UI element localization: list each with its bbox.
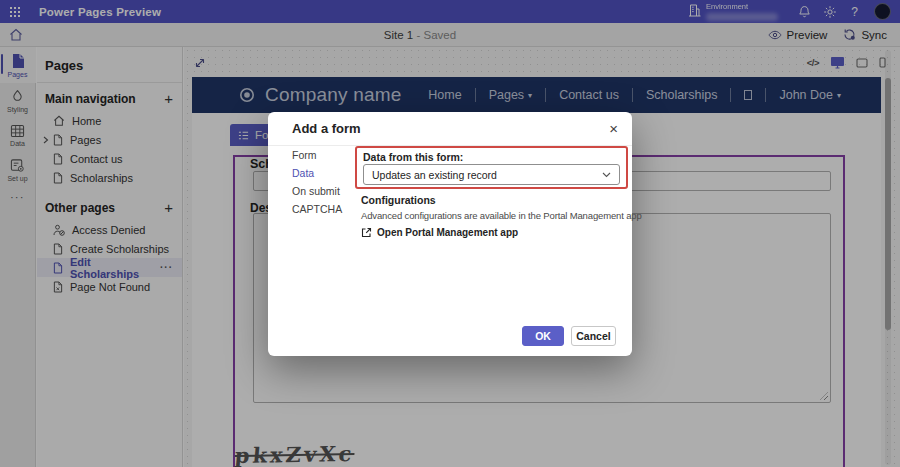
tab-form[interactable]: Form <box>292 149 342 167</box>
add-form-dialog: Add a form × Form Data On submit CAPTCHA… <box>268 112 632 356</box>
open-portal-management-link[interactable]: Open Portal Management app <box>361 227 518 238</box>
dialog-title: Add a form <box>292 121 361 136</box>
tab-data[interactable]: Data <box>292 167 342 185</box>
power-pages-studio: Power Pages Preview Environment ? <box>0 0 900 467</box>
tab-captcha[interactable]: CAPTCHA <box>292 203 342 221</box>
tab-on-submit[interactable]: On submit <box>292 185 342 203</box>
external-link-icon <box>361 227 372 238</box>
dropdown-label: Data from this form: <box>363 151 463 163</box>
red-annotation-highlight: Data from this form: Updates an existing… <box>355 146 628 189</box>
configurations-text: Advanced configurations are available in… <box>361 210 642 221</box>
form-mode-dropdown[interactable]: Updates an existing record <box>363 164 620 185</box>
configurations-heading: Configurations <box>361 194 436 206</box>
chevron-down-icon <box>602 172 611 178</box>
ok-button[interactable]: OK <box>522 326 564 346</box>
dropdown-value: Updates an existing record <box>372 169 497 181</box>
close-icon[interactable]: × <box>609 121 618 136</box>
dialog-tab-list: Form Data On submit CAPTCHA <box>292 149 342 221</box>
cancel-button[interactable]: Cancel <box>571 326 616 346</box>
